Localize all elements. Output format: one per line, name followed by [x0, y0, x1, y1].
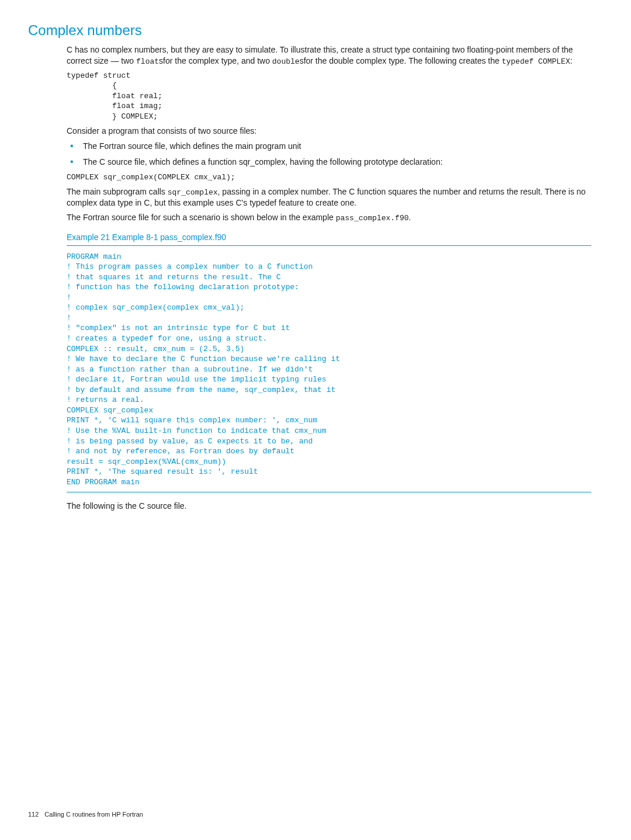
text: The Fortran source file for such a scena… [67, 213, 336, 222]
list-item-text: The C source file, which defines a funct… [83, 157, 443, 166]
paragraph-subprogram: The main subprogram calls sqr_complex, p… [67, 186, 591, 209]
example-rule-bottom [67, 492, 591, 492]
text: sfor the double complex type. The follow… [300, 56, 502, 65]
paragraph-intro: C has no complex numbers, but they are e… [67, 44, 591, 67]
list-item-text: The Fortran source file, which defines t… [83, 141, 301, 151]
inline-code-filename: pass_complex.f90 [336, 214, 409, 223]
paragraph-fortran-source: The Fortran source file for such a scena… [67, 212, 591, 224]
text: sfor the complex type, and two [159, 56, 272, 65]
inline-code-typedef: typedef COMPLEX [502, 57, 570, 66]
list-item: The C source file, which defines a funct… [67, 157, 591, 168]
example-rule-top [67, 245, 591, 246]
inline-code-sqr-complex: sqr_complex [168, 188, 218, 197]
inline-code-float: float [136, 57, 159, 66]
text: . [409, 213, 411, 222]
code-block-prototype: COMPLEX sqr_complex(COMPLEX cmx_val); [67, 172, 591, 183]
inline-code-double: double [272, 57, 300, 66]
bullet-list: The Fortran source file, which defines t… [67, 141, 591, 168]
text: The main subprogram calls [67, 187, 168, 196]
example-code-block: PROGRAM main ! This program passes a com… [67, 252, 591, 488]
text: : [570, 56, 573, 65]
list-item: The Fortran source file, which defines t… [67, 141, 591, 152]
paragraph-following: The following is the C source file. [67, 501, 591, 512]
paragraph-consider: Consider a program that consists of two … [67, 126, 591, 137]
section-heading: Complex numbers [28, 21, 603, 40]
example-title: Example 21 Example 8-1 pass_complex.f90 [67, 232, 591, 243]
code-block-typedef: typedef struct { float real; float imag;… [67, 71, 591, 122]
